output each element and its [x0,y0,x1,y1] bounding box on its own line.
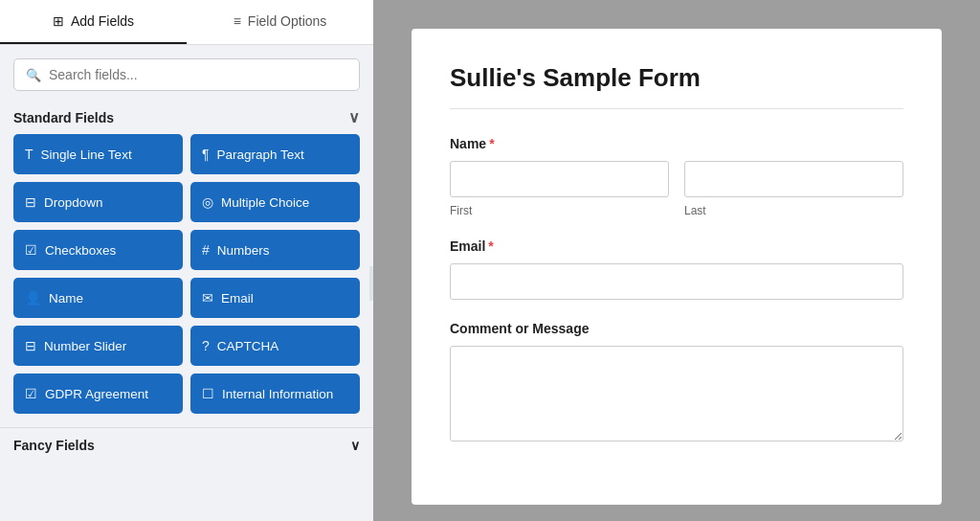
search-input[interactable] [49,67,347,82]
paragraph-text-label: Paragraph Text [217,147,304,162]
tab-field-options[interactable]: ≡ Field Options [187,0,373,44]
first-name-sublabel: First [450,204,669,217]
email-label: Email [221,291,254,306]
dropdown-label: Dropdown [44,195,103,210]
standard-fields-chevron[interactable]: ∨ [348,108,360,126]
name-required-star: * [489,136,494,151]
field-multiple-choice[interactable]: ◎ Multiple Choice [190,182,360,222]
form-title: Sullie's Sample Form [450,63,903,109]
email-icon: ✉ [202,290,213,306]
name-inputs: First Last [450,161,903,217]
panel-body: 🔍 Standard Fields ∨ T Single Line Text ¶… [0,45,373,521]
email-required-star: * [488,238,493,254]
email-input[interactable] [450,263,903,300]
field-paragraph-text[interactable]: ¶ Paragraph Text [190,134,360,174]
single-line-text-label: Single Line Text [41,147,132,162]
standard-fields-section-header: Standard Fields ∨ [0,101,373,134]
form-name-group: Name * First Last [450,136,903,217]
checkboxes-icon: ☑ [25,242,37,258]
standard-fields-label: Standard Fields [13,110,114,125]
checkboxes-label: Checkboxes [45,243,116,258]
field-name[interactable]: 👤 Name [13,278,183,318]
tab-add-fields[interactable]: ⊞ Add Fields [0,0,187,44]
last-name-wrap: Last [684,161,903,217]
last-name-input[interactable] [684,161,903,197]
name-field-label: Name * [450,136,903,151]
standard-fields-grid: T Single Line Text ¶ Paragraph Text ⊟ Dr… [0,134,373,423]
form-email-group: Email * [450,238,903,300]
first-name-input[interactable] [450,161,669,197]
search-icon: 🔍 [26,68,41,82]
single-line-text-icon: T [25,147,33,162]
tab-field-options-label: Field Options [248,13,326,29]
multiple-choice-label: Multiple Choice [221,195,309,210]
search-wrapper: 🔍 [0,45,373,101]
field-email[interactable]: ✉ Email [190,278,360,318]
gdpr-icon: ☑ [25,386,37,401]
right-panel: Sullie's Sample Form Name * First Last [373,0,980,521]
internal-info-icon: ☐ [202,386,214,401]
form-card: Sullie's Sample Form Name * First Last [412,29,942,505]
number-slider-label: Number Slider [44,339,126,353]
comment-field-label: Comment or Message [450,321,903,336]
field-dropdown[interactable]: ⊟ Dropdown [13,182,183,222]
search-box: 🔍 [13,58,360,91]
paragraph-text-icon: ¶ [202,147,210,162]
last-name-sublabel: Last [684,204,903,217]
field-gdpr-agreement[interactable]: ☑ GDPR Agreement [13,374,183,414]
left-panel: ⊞ Add Fields ≡ Field Options 🔍 Standard … [0,0,373,521]
field-internal-information[interactable]: ☐ Internal Information [190,374,360,414]
fancy-fields-section-header: Fancy Fields ∨ [0,427,373,461]
comment-textarea[interactable] [450,346,903,442]
field-single-line-text[interactable]: T Single Line Text [13,134,183,174]
add-fields-icon: ⊞ [53,13,64,29]
captcha-label: CAPTCHA [217,339,279,353]
number-slider-icon: ⊟ [25,338,36,353]
email-field-label: Email * [450,238,903,254]
field-numbers[interactable]: # Numbers [190,230,360,270]
tab-add-fields-label: Add Fields [71,13,134,29]
captcha-icon: ? [202,338,210,353]
numbers-icon: # [202,242,210,258]
first-name-wrap: First [450,161,669,217]
panel-collapse-button[interactable]: ‹ [369,266,373,301]
name-label: Name [49,291,83,306]
field-checkboxes[interactable]: ☑ Checkboxes [13,230,183,270]
field-captcha[interactable]: ? CAPTCHA [190,326,360,366]
multiple-choice-icon: ◎ [202,194,213,210]
fancy-fields-chevron[interactable]: ∨ [350,438,360,453]
dropdown-icon: ⊟ [25,194,36,210]
fancy-fields-label: Fancy Fields [13,438,95,453]
numbers-label: Numbers [217,243,270,258]
field-number-slider[interactable]: ⊟ Number Slider [13,326,183,366]
gdpr-label: GDPR Agreement [45,387,148,401]
form-comment-group: Comment or Message [450,321,903,445]
field-options-icon: ≡ [234,13,241,29]
internal-info-label: Internal Information [222,387,333,401]
name-icon: 👤 [25,290,41,306]
tabs-bar: ⊞ Add Fields ≡ Field Options [0,0,373,45]
